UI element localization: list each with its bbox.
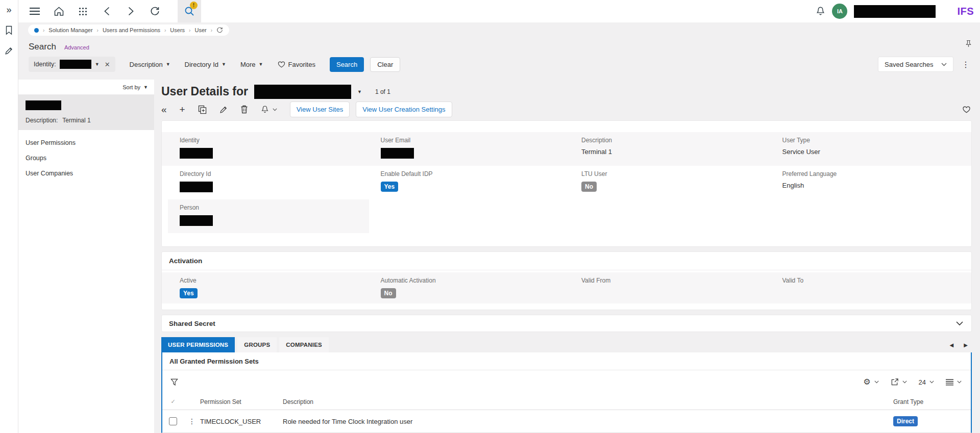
tabs-scroll-right-icon[interactable]: ▶ bbox=[964, 342, 968, 348]
table-header-row: ✓ Permission Set Description Grant Type bbox=[162, 394, 971, 410]
breadcrumb: › Solution Manager › Users and Permissio… bbox=[28, 24, 229, 36]
identity-filter-chip[interactable]: Identity: ▼ ✕ bbox=[29, 57, 115, 72]
breadcrumb-item-users[interactable]: Users bbox=[170, 27, 185, 33]
ifs-logo-text: IFS bbox=[957, 6, 974, 17]
apps-grid-icon[interactable] bbox=[78, 6, 88, 16]
new-record-icon[interactable]: + bbox=[180, 105, 185, 114]
pin-icon[interactable] bbox=[965, 40, 972, 47]
clear-identity-filter-icon[interactable]: ✕ bbox=[105, 61, 110, 68]
home-icon[interactable] bbox=[54, 6, 64, 16]
top-bar: ! IA bbox=[18, 0, 980, 22]
table-row[interactable]: ⋮ TIMECLOCK_USER Role needed for Time Cl… bbox=[162, 410, 971, 432]
clear-button[interactable]: Clear bbox=[370, 57, 400, 72]
favorite-record-heart-icon[interactable] bbox=[962, 106, 971, 113]
field-ltu-user: LTU User No bbox=[570, 166, 771, 199]
tab-groups[interactable]: GROUPS bbox=[237, 337, 277, 352]
select-all-check-icon[interactable]: ✓ bbox=[170, 398, 175, 405]
saved-searches-dropdown[interactable]: Saved Searches bbox=[878, 57, 953, 72]
tab-user-permissions[interactable]: USER PERMISSIONS bbox=[161, 337, 235, 352]
page-size-dropdown[interactable]: 24 bbox=[919, 378, 934, 386]
filter-funnel-icon[interactable] bbox=[170, 378, 178, 386]
tabs-scroll-left-icon[interactable]: ◀ bbox=[950, 342, 954, 348]
tab-companies[interactable]: COMPANIES bbox=[279, 337, 329, 352]
menu-icon[interactable] bbox=[30, 6, 40, 16]
field-directory-id: Directory Id bbox=[168, 166, 369, 199]
column-header-grant-type[interactable]: Grant Type bbox=[893, 398, 971, 405]
breadcrumb-item-solution-manager[interactable]: Solution Manager bbox=[48, 27, 92, 33]
breadcrumb-refresh-icon[interactable] bbox=[216, 27, 223, 33]
chevron-down-icon bbox=[902, 380, 907, 384]
row-checkbox[interactable] bbox=[169, 417, 177, 425]
identity-filter-value-redacted bbox=[60, 60, 91, 69]
breadcrumb-bar: › Solution Manager › Users and Permissio… bbox=[18, 22, 980, 38]
edit-pencil-icon[interactable] bbox=[219, 106, 228, 114]
notify-bell-dropdown[interactable] bbox=[261, 105, 277, 114]
breadcrumb-item-users-and-permissions[interactable]: Users and Permissions bbox=[103, 27, 160, 33]
back-icon[interactable] bbox=[102, 6, 112, 16]
page-title: User Details for bbox=[161, 85, 248, 98]
delete-trash-icon[interactable] bbox=[240, 105, 248, 114]
bookmark-icon[interactable] bbox=[5, 26, 13, 35]
chevron-down-icon[interactable]: ▼ bbox=[95, 62, 100, 67]
breadcrumb-item-user[interactable]: User bbox=[194, 27, 206, 33]
status-badge: No bbox=[381, 288, 396, 298]
description-filter-chip[interactable]: Description▼ bbox=[130, 61, 170, 68]
favorites-toggle[interactable]: Favorites bbox=[278, 61, 315, 68]
left-icon-rail: » bbox=[0, 0, 18, 433]
search-button[interactable]: Search bbox=[330, 57, 364, 72]
duplicate-record-icon[interactable] bbox=[198, 105, 207, 114]
chevron-down-icon: ▼ bbox=[259, 62, 263, 67]
row-kebab-icon[interactable]: ⋮ bbox=[188, 417, 195, 425]
view-user-sites-button[interactable]: View User Sites bbox=[290, 101, 350, 117]
list-item-identity-redacted bbox=[26, 100, 61, 110]
column-header-description[interactable]: Description bbox=[283, 398, 893, 405]
breadcrumb-separator: › bbox=[164, 28, 166, 33]
advanced-search-link[interactable]: Advanced bbox=[64, 44, 89, 50]
annotate-pencil-icon[interactable] bbox=[5, 46, 13, 55]
expand-rail-icon[interactable]: » bbox=[6, 5, 11, 14]
export-icon bbox=[891, 378, 899, 386]
sidebar-item-user-permissions[interactable]: User Permissions bbox=[18, 135, 154, 150]
status-badge: Yes bbox=[180, 288, 198, 298]
notifications-bell-icon[interactable] bbox=[815, 6, 825, 16]
chevron-down-icon[interactable] bbox=[956, 321, 963, 326]
chevron-down-icon bbox=[273, 108, 277, 111]
table-export-dropdown[interactable] bbox=[891, 378, 907, 386]
field-identity: Identity bbox=[168, 132, 369, 166]
breadcrumb-separator: › bbox=[211, 28, 212, 33]
collapse-list-icon[interactable]: « bbox=[161, 105, 167, 114]
identity-filter-label: Identity: bbox=[34, 61, 56, 68]
list-item-selected[interactable]: Description: Terminal 1 bbox=[18, 95, 154, 130]
more-filters-chip[interactable]: More▼ bbox=[240, 61, 263, 68]
directory-id-filter-chip[interactable]: Directory Id▼ bbox=[185, 61, 226, 68]
table-settings-gear-dropdown[interactable]: ⚙ bbox=[863, 378, 878, 386]
view-user-creation-settings-button[interactable]: View User Creation Settings bbox=[356, 101, 452, 117]
status-badge: Yes bbox=[381, 182, 399, 192]
sort-by-control[interactable]: Sort by ▼ bbox=[18, 80, 154, 95]
cell-permission-set[interactable]: TIMECLOCK_USER bbox=[200, 418, 283, 425]
heart-icon bbox=[278, 61, 285, 68]
gear-icon: ⚙ bbox=[863, 378, 870, 386]
user-email-value-redacted bbox=[381, 148, 414, 159]
chevron-down-icon: ▼ bbox=[222, 62, 226, 67]
detail-tabs: USER PERMISSIONS GROUPS COMPANIES ◀ ▶ bbox=[161, 337, 972, 352]
row-density-dropdown[interactable] bbox=[946, 379, 962, 386]
user-avatar[interactable]: IA bbox=[832, 4, 847, 19]
refresh-icon[interactable] bbox=[150, 6, 160, 16]
chevron-down-icon bbox=[929, 380, 934, 384]
global-search-tab[interactable]: ! bbox=[178, 0, 201, 22]
sidebar-item-groups[interactable]: Groups bbox=[18, 150, 154, 166]
forward-icon[interactable] bbox=[126, 6, 136, 16]
record-count: 1 of 1 bbox=[375, 88, 390, 95]
search-alert-badge: ! bbox=[190, 2, 198, 9]
record-toolbar: « + View User Sites bbox=[161, 100, 972, 118]
user-details-card: Identity User Email Description Terminal… bbox=[161, 120, 972, 247]
record-selector-chevron-icon[interactable]: ▼ bbox=[357, 89, 362, 94]
table-title: All Granted Permission Sets bbox=[162, 352, 971, 370]
shared-secret-section[interactable]: Shared Secret bbox=[161, 315, 972, 332]
search-options-kebab-icon[interactable]: ⋮ bbox=[962, 60, 970, 69]
column-header-permission-set[interactable]: Permission Set bbox=[200, 398, 283, 405]
field-enable-default-idp: Enable Default IDP Yes bbox=[369, 166, 570, 199]
sidebar-item-user-companies[interactable]: User Companies bbox=[18, 166, 154, 181]
activation-title: Activation bbox=[162, 252, 971, 270]
